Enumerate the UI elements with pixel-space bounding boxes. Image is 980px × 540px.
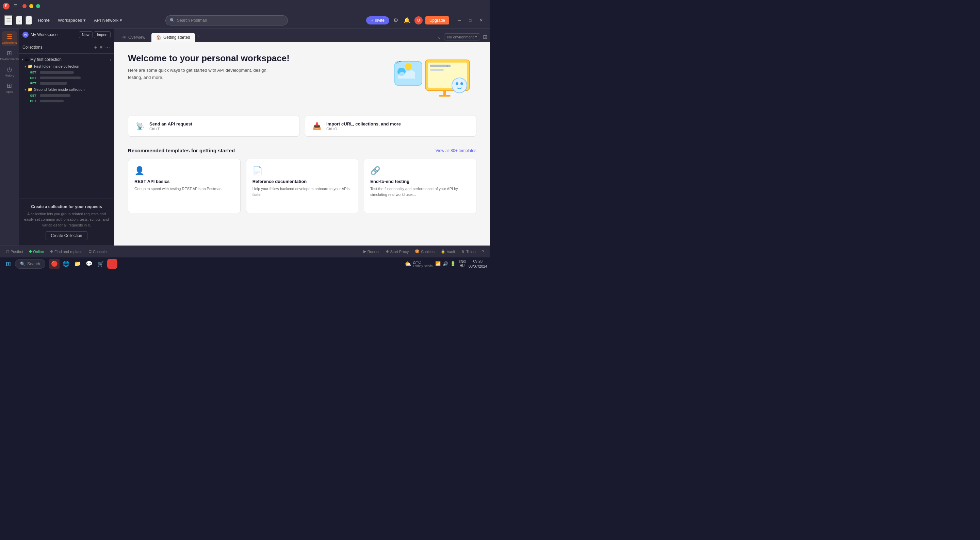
postbot-button[interactable]: ◻ Postbot	[3, 248, 26, 255]
battery-icon[interactable]: 🔋	[450, 261, 456, 266]
runner-button[interactable]: ▶ Runner	[361, 248, 382, 255]
taskbar-icons: 📶 🔊 🔋	[435, 261, 456, 266]
more-options-button[interactable]: ⋯	[105, 44, 111, 51]
settings-icon[interactable]: ⚙	[392, 16, 399, 25]
method-badge-get-5: GET	[29, 99, 38, 103]
template-card-rest-basics[interactable]: 👤 REST API basics Get up to speed with t…	[128, 159, 240, 213]
console-button[interactable]: ⊡ Console	[86, 248, 109, 255]
hamburger-button[interactable]: ☰	[4, 15, 13, 25]
traffic-dot-yellow	[29, 4, 33, 8]
request-item-1[interactable]: GET	[19, 70, 114, 75]
add-collection-button[interactable]: +	[94, 44, 98, 51]
maximize-button[interactable]: □	[466, 16, 475, 25]
vault-button[interactable]: 🔒 Vault	[438, 248, 458, 255]
help-button[interactable]: ?	[479, 249, 487, 255]
new-button[interactable]: New	[79, 31, 92, 38]
taskbar-app-browser[interactable]: 🌐	[61, 259, 71, 269]
user-avatar-icon[interactable]: U	[414, 16, 423, 24]
welcome-page: Welcome to your personal workspace! Here…	[115, 42, 490, 246]
view-all-templates-link[interactable]: View all 80+ templates	[436, 148, 476, 153]
create-collection-button[interactable]: Create Collection	[46, 231, 87, 240]
request-name-bar-4	[40, 94, 70, 97]
template-card-e2e-testing[interactable]: 🔗 End-to-end testing Test the functional…	[364, 159, 476, 213]
start-proxy-button[interactable]: ⊕ Start Proxy	[383, 248, 411, 255]
tab-getting-started[interactable]: 🏠 Getting started	[151, 33, 195, 42]
start-button[interactable]: ⊞	[3, 259, 14, 269]
quick-action-import[interactable]: 📥 Import cURL, collections, and more Ctr…	[305, 116, 476, 137]
request-item-3[interactable]: GET	[19, 81, 114, 86]
online-status[interactable]: Online	[27, 249, 47, 255]
taskbar-right: ⛅ 27°C Többny. felhős 📶 🔊 🔋 ENG HU 09:28…	[404, 259, 487, 268]
workspaces-nav-link[interactable]: Workspaces ▾	[55, 16, 89, 24]
trash-button[interactable]: 🗑 Trash	[458, 249, 479, 255]
taskbar: ⊞ 🔍 Search 🔴 🌐 📁 💬 🛒 ⛅ 27°C Többny. felh…	[0, 257, 490, 270]
sidebar-item-apps[interactable]: ⊞ Apps	[2, 80, 17, 95]
filter-button[interactable]: ≡	[99, 44, 103, 51]
taskbar-search-bar[interactable]: 🔍 Search	[15, 259, 45, 268]
create-collection-title: Create a collection for your requests	[23, 204, 110, 209]
panel: W My Workspace New Import Collections + …	[19, 29, 115, 246]
find-replace-label: Find and replace	[54, 249, 82, 254]
notifications-icon[interactable]: 🔔	[402, 16, 412, 25]
collection-chevron: ▾	[22, 57, 24, 61]
templates-header: Recommended templates for getting starte…	[128, 148, 476, 153]
forward-button[interactable]: ›	[25, 16, 33, 25]
folder-item-second[interactable]: ▾ 📁 Second folder inside collection	[19, 86, 114, 93]
template-name-e2e: End-to-end testing	[370, 179, 470, 184]
import-button[interactable]: Import	[94, 31, 111, 38]
collection-more-icon[interactable]: ›	[110, 57, 111, 62]
invite-button[interactable]: + Invite	[366, 16, 389, 24]
templates-section: Recommended templates for getting starte…	[128, 148, 476, 213]
folder-item-first[interactable]: ▾ 📁 First folder inside collection	[19, 63, 114, 70]
template-card-reference-docs[interactable]: 📄 Reference documentation Help your fell…	[246, 159, 359, 213]
request-item-4[interactable]: GET	[19, 93, 114, 98]
sidebar-item-environments[interactable]: ⊞ Environments	[2, 48, 17, 63]
find-replace-button[interactable]: ⊕ Find and replace	[47, 248, 85, 255]
start-proxy-label: Start Proxy	[390, 249, 409, 254]
quick-action-send-request[interactable]: 📡 Send an API request Ctrl+T	[128, 116, 299, 137]
request-item-5[interactable]: GET	[19, 98, 114, 104]
tab-overview[interactable]: 👁 Overview	[117, 33, 150, 42]
request-item-2[interactable]: GET	[19, 75, 114, 81]
collection-tree: ▾ ☰ My first collection › ▾ 📁 First fold…	[19, 54, 114, 199]
clock: 09:28 08/07/2024	[469, 259, 487, 268]
proxy-icon: ⊕	[386, 249, 389, 254]
network-icon[interactable]: 📶	[435, 261, 441, 266]
sidebar-item-history[interactable]: ◷ History	[2, 64, 17, 79]
illustration-svg: ✦	[388, 53, 476, 108]
add-tab-button[interactable]: +	[196, 32, 202, 40]
taskbar-app-chat[interactable]: 💬	[84, 259, 94, 269]
api-network-nav-link[interactable]: API Network ▾	[91, 16, 125, 24]
chevron-env-icon[interactable]: ⌄	[437, 34, 441, 40]
volume-icon[interactable]: 🔊	[443, 261, 448, 266]
sidebar-item-collections[interactable]: ☰ Collections	[2, 31, 17, 46]
tab-overview-icon: 👁	[122, 35, 126, 40]
env-dropdown[interactable]: No environment ▾	[444, 33, 480, 40]
minimize-button[interactable]: ─	[455, 16, 464, 25]
tab-bar: 👁 Overview 🏠 Getting started + ⌄ No envi…	[115, 29, 490, 42]
search-bar[interactable]: 🔍 Search Postman	[165, 15, 288, 25]
upgrade-button[interactable]: Upgrade	[425, 16, 449, 24]
collection-item-first[interactable]: ▾ ☰ My first collection ›	[19, 56, 114, 63]
find-replace-icon: ⊕	[50, 249, 53, 254]
grid-icon[interactable]: ⊞	[483, 34, 487, 40]
svg-point-8	[456, 82, 458, 85]
main-content: 👁 Overview 🏠 Getting started + ⌄ No envi…	[115, 29, 490, 246]
taskbar-app-red[interactable]	[107, 259, 118, 269]
import-icon: 📥	[311, 121, 322, 132]
svg-text:✦: ✦	[446, 64, 449, 68]
cookies-button[interactable]: 🍪 Cookies	[412, 248, 437, 255]
back-button[interactable]: ‹	[16, 16, 23, 25]
close-button[interactable]: ✕	[476, 16, 486, 25]
taskbar-app-file[interactable]: 📁	[73, 259, 83, 269]
folder-icon-first: 📁	[27, 64, 33, 69]
svg-rect-5	[443, 91, 446, 95]
taskbar-app-postman[interactable]: 🔴	[49, 259, 60, 269]
title-bar-left: P ☰	[3, 2, 20, 10]
create-collection-section: Create a collection for your requests A …	[19, 199, 114, 246]
taskbar-app-store[interactable]: 🛒	[95, 259, 106, 269]
welcome-illustration: ✦	[388, 53, 476, 108]
hamburger-window[interactable]: ☰	[11, 2, 20, 10]
home-nav-link[interactable]: Home	[35, 16, 52, 24]
tab-env-area: ⌄ No environment ▾ ⊞	[437, 33, 487, 40]
